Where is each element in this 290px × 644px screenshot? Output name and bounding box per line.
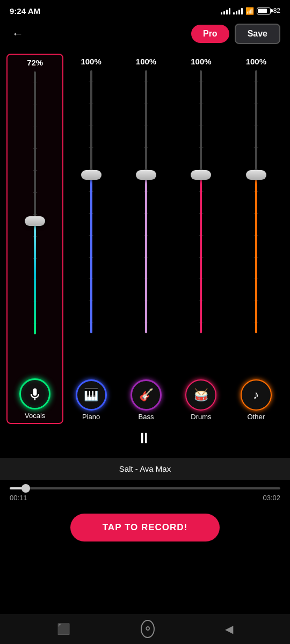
back-button[interactable]: ← — [10, 25, 26, 43]
nav-home-icon[interactable]: ⚬ — [141, 620, 155, 638]
signal-icon-2 — [233, 7, 243, 14]
channel-strip-other: 100%♪Other — [229, 54, 284, 424]
status-icons: 📶 82 — [221, 7, 280, 15]
current-time: 00:11 — [10, 494, 27, 502]
channel-circle-piano[interactable]: 🎹 — [76, 379, 107, 411]
channel-percent-other: 100% — [246, 57, 266, 66]
fader-container-vocals[interactable] — [8, 69, 62, 378]
channel-strip-bass: 100%🎸Bass — [119, 54, 173, 424]
channel-icon-area-vocals: Vocals — [19, 378, 50, 423]
channel-icon-area-drums: 🥁Drums — [185, 379, 216, 424]
status-time: 9:24 AM — [10, 6, 40, 16]
channel-circle-bass[interactable]: 🎸 — [130, 379, 162, 411]
progress-times: 00:11 03:02 — [10, 494, 280, 502]
channel-strip-piano: 100%🎹Piano — [63, 54, 118, 424]
record-btn-area: TAP TO RECORD! — [0, 504, 290, 547]
record-button[interactable]: TAP TO RECORD! — [70, 514, 220, 541]
channel-circle-drums[interactable]: 🥁 — [185, 379, 216, 411]
channel-label-bass: Bass — [139, 413, 154, 421]
fader-thumb-vocals[interactable] — [25, 216, 45, 226]
progress-area: 00:11 03:02 — [0, 480, 290, 504]
signal-icon-1 — [221, 7, 230, 14]
mixer-area: 72%Vocals100%🎹Piano100%🎸Bass100%🥁Drums10… — [0, 48, 290, 424]
top-nav: ← Pro Save — [0, 19, 290, 48]
channel-label-other: Other — [248, 413, 265, 421]
fader-container-piano[interactable] — [63, 68, 118, 379]
channel-label-vocals: Vocals — [25, 412, 45, 420]
progress-track[interactable] — [10, 487, 280, 489]
fader-container-bass[interactable] — [119, 68, 173, 379]
channel-percent-bass: 100% — [136, 57, 156, 66]
nav-right: Pro Save — [191, 24, 280, 44]
channel-percent-piano: 100% — [81, 57, 101, 66]
save-button[interactable]: Save — [235, 24, 280, 44]
fader-thumb-bass[interactable] — [136, 170, 156, 180]
channel-percent-drums: 100% — [191, 57, 211, 66]
nav-stop-icon[interactable]: ⬛ — [57, 623, 70, 635]
channel-strip-vocals: 72%Vocals — [6, 54, 63, 424]
wifi-icon: 📶 — [245, 7, 254, 15]
fader-container-drums[interactable] — [173, 68, 228, 379]
fader-thumb-drums[interactable] — [191, 170, 211, 180]
battery-percent: 82 — [273, 7, 280, 14]
song-info-bar: Salt - Ava Max — [0, 458, 290, 480]
channel-percent-vocals: 72% — [27, 58, 43, 67]
controls-area: ⏸ — [0, 424, 290, 458]
fader-thumb-other[interactable] — [246, 170, 266, 180]
channel-icon-area-bass: 🎸Bass — [130, 379, 162, 424]
channel-circle-other[interactable]: ♪ — [241, 379, 272, 411]
bottom-nav: ⬛ ⚬ ◀ — [0, 614, 290, 644]
song-title: Salt - Ava Max — [119, 464, 171, 473]
status-bar: 9:24 AM 📶 82 — [0, 0, 290, 19]
fader-thumb-piano[interactable] — [81, 170, 102, 180]
channel-strip-drums: 100%🥁Drums — [173, 54, 228, 424]
channel-label-drums: Drums — [191, 413, 211, 421]
nav-back-icon[interactable]: ◀ — [225, 623, 233, 635]
channel-circle-vocals[interactable] — [19, 378, 50, 409]
pause-button[interactable]: ⏸ — [136, 429, 154, 447]
channel-icon-area-piano: 🎹Piano — [76, 379, 107, 424]
channel-icon-area-other: ♪Other — [241, 379, 272, 424]
fader-container-other[interactable] — [229, 68, 284, 379]
channel-label-piano: Piano — [82, 413, 100, 421]
total-time: 03:02 — [263, 494, 280, 502]
battery-icon — [257, 8, 271, 14]
pro-button[interactable]: Pro — [191, 25, 229, 43]
